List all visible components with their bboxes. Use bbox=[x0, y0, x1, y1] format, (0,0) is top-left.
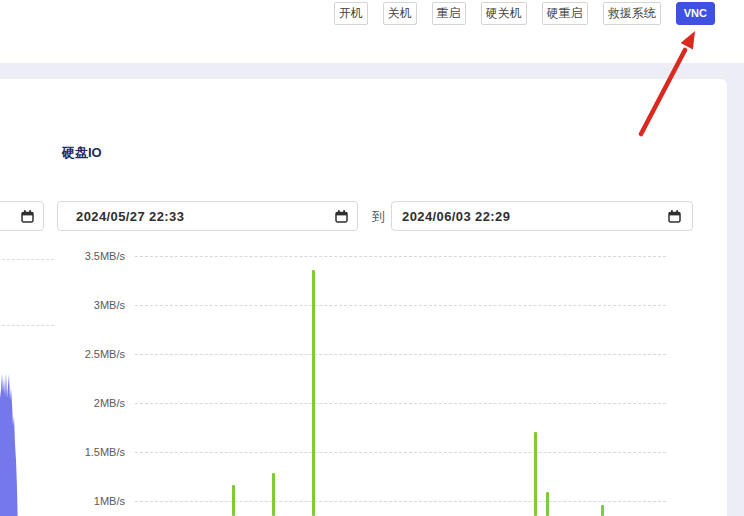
date-input-partial[interactable] bbox=[0, 201, 44, 231]
gridline bbox=[135, 452, 666, 453]
toolbar-button-5[interactable]: 救援系统 bbox=[603, 2, 661, 25]
toolbar-button-0[interactable]: 开机 bbox=[334, 2, 368, 25]
y-axis-tick-label: 2MB/s bbox=[0, 396, 125, 410]
toolbar-button-1[interactable]: 关机 bbox=[383, 2, 417, 25]
left-chart-gridline-fragment bbox=[2, 325, 54, 326]
y-axis-tick-label: 2.5MB/s bbox=[0, 347, 125, 361]
gridline bbox=[135, 256, 666, 257]
disk-io-chart: 3.5MB/s3MB/s2.5MB/s2MB/s1.5MB/s1MB/s bbox=[0, 240, 727, 516]
toolbar-button-3[interactable]: 硬关机 bbox=[481, 2, 527, 25]
y-axis-tick-label: 1MB/s bbox=[0, 494, 125, 508]
y-axis-tick-label: 1.5MB/s bbox=[0, 445, 125, 459]
calendar-icon bbox=[21, 210, 34, 223]
toolbar-button-4[interactable]: 硬重启 bbox=[542, 2, 588, 25]
gridline bbox=[135, 305, 666, 306]
calendar-icon bbox=[335, 210, 348, 223]
panel-title: 硬盘IO bbox=[62, 144, 102, 162]
date-from-value: 2024/05/27 22:33 bbox=[76, 209, 184, 224]
date-to-value: 2024/06/03 22:29 bbox=[402, 209, 510, 224]
disk-io-bar-5 bbox=[601, 505, 604, 516]
gridline bbox=[135, 354, 666, 355]
top-toolbar: 开机关机重启硬关机硬重启救援系统VNC bbox=[0, 0, 744, 63]
disk-io-bar-3 bbox=[534, 432, 537, 516]
gridline bbox=[135, 501, 666, 502]
screen: 开机关机重启硬关机硬重启救援系统VNC 硬盘IO 2024/05/27 22:3… bbox=[0, 0, 744, 516]
y-axis-tick-label: 3MB/s bbox=[0, 298, 125, 312]
disk-io-bar-4 bbox=[546, 492, 549, 516]
disk-io-bar-1 bbox=[272, 473, 275, 516]
vnc-button[interactable]: VNC bbox=[676, 2, 715, 25]
date-from-input[interactable]: 2024/05/27 22:33 bbox=[57, 201, 358, 231]
date-to-input[interactable]: 2024/06/03 22:29 bbox=[391, 201, 693, 231]
y-axis-tick-label: 3.5MB/s bbox=[0, 249, 125, 263]
calendar-icon bbox=[668, 210, 681, 223]
toolbar-button-2[interactable]: 重启 bbox=[432, 2, 466, 25]
date-range-separator: 到 bbox=[372, 208, 385, 226]
toolbar-button-row: 开机关机重启硬关机硬重启救援系统VNC bbox=[334, 2, 715, 25]
disk-io-bar-2 bbox=[312, 270, 315, 516]
disk-io-bar-0 bbox=[232, 485, 235, 516]
gridline bbox=[135, 403, 666, 404]
